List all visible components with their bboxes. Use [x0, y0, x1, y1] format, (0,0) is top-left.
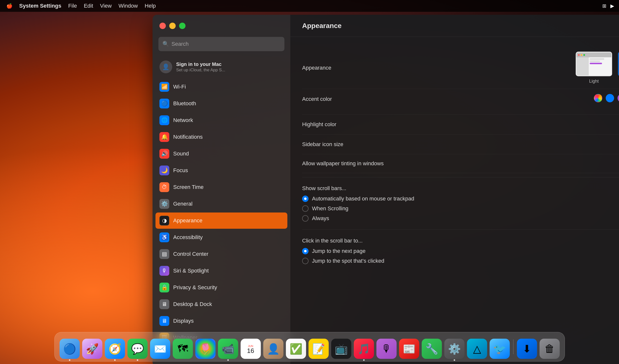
sidebar-item-focus[interactable]: 🌙Focus — [155, 162, 287, 179]
scroll-bar-option-auto[interactable]: Automatically based on mouse or trackpad — [302, 196, 619, 202]
sidebar-item-sound[interactable]: 🔊Sound — [155, 146, 287, 162]
sidebar-item-appearance[interactable]: ◑Appearance — [155, 212, 287, 229]
menubar-edit[interactable]: Edit — [80, 0, 97, 12]
radio-circle-always — [302, 215, 309, 222]
dock-item-maps[interactable]: 🗺 — [173, 339, 193, 359]
scroll-bar-option-always[interactable]: Always — [302, 215, 619, 222]
wallpaper-tinting-label: Allow wallpaper tinting in windows — [302, 160, 619, 167]
menubar-view[interactable]: View — [97, 0, 115, 12]
network-icon: 🌐 — [159, 115, 169, 125]
accent-dot-purple[interactable] — [618, 94, 619, 102]
wifi-icon: 📶 — [159, 82, 169, 92]
dock: 🔵🚀🧭💬✉️🗺🌷📹JUN16👤✅📝📺🎵🎙📰🔧⚙️△🐦⬇🗑 — [0, 330, 619, 364]
dock-item-calendar[interactable]: JUN16 — [241, 339, 261, 359]
dock-item-mail[interactable]: ✉️ — [150, 339, 170, 359]
dock-item-messages[interactable]: 💬 — [127, 339, 148, 359]
dock-item-appletv[interactable]: 📺 — [331, 339, 351, 359]
dock-item-tweetbot[interactable]: 🐦 — [490, 339, 510, 359]
menubar-app-name[interactable]: System Settings — [16, 0, 65, 12]
accessibility-icon: ♿ — [159, 232, 169, 242]
click-scrollbar-heading: Click in the scroll bar to... — [302, 238, 619, 244]
dock-dot-messages — [137, 359, 138, 361]
scroll-bars-radio-group: Automatically based on mouse or trackpad… — [302, 196, 619, 222]
sidebar-item-network[interactable]: 🌐Network — [155, 112, 287, 128]
close-button[interactable] — [159, 23, 166, 29]
sidebar: 🔍 Search 👤 Sign in to your Mac Set up iC… — [153, 15, 290, 364]
menubar-file[interactable]: File — [65, 0, 80, 12]
sidebar-item-bluetooth[interactable]: 🔵Bluetooth — [155, 95, 287, 112]
sidebar-item-label-desktop: Desktop & Dock — [173, 301, 212, 307]
maximize-button[interactable] — [179, 23, 186, 29]
dark-thumb — [618, 52, 619, 76]
sidebar-item-accessibility[interactable]: ♿Accessibility — [155, 229, 287, 245]
sidebar-item-label-network: Network — [173, 117, 193, 123]
dock-item-podcasts[interactable]: 🎙 — [376, 339, 397, 359]
dock-item-news[interactable]: 📰 — [399, 339, 419, 359]
click-scrollbar-option-next[interactable]: Jump to the next page — [302, 248, 619, 254]
sidebar-item-general[interactable]: ⚙️General — [155, 196, 287, 212]
highlight-label: Highlight color — [302, 121, 396, 128]
sidebar-item-displays[interactable]: 🖥Displays — [155, 313, 287, 329]
accent-dots-row — [594, 94, 619, 102]
sidebar-scroll-area: 👤 Sign in to your Mac Set up iCloud, the… — [153, 55, 290, 364]
light-thumb — [576, 52, 612, 76]
signin-row[interactable]: 👤 Sign in to your Mac Set up iCloud, the… — [155, 57, 287, 77]
radio-label-always: Always — [312, 215, 329, 222]
main-scroll-area[interactable]: Appearance — [290, 37, 619, 364]
sidebar-item-label-privacy: Privacy & Security — [173, 284, 217, 291]
spotlight-icon[interactable]: ▶ — [610, 3, 614, 9]
minimize-button[interactable] — [169, 23, 176, 29]
radio-label-auto: Automatically based on mouse or trackpad — [312, 196, 414, 202]
sidebar-item-desktop[interactable]: 🖥Desktop & Dock — [155, 296, 287, 312]
accent-dot-blue[interactable] — [606, 94, 614, 102]
sound-icon: 🔊 — [159, 149, 169, 159]
accent-colors-container: Orange — [594, 94, 619, 109]
dock-item-photos[interactable]: 🌷 — [195, 339, 216, 359]
sidebar-item-notifications[interactable]: 🔔Notifications — [155, 129, 287, 145]
sidebar-item-siri[interactable]: 🎙Siri & Spotlight — [155, 263, 287, 279]
search-bar[interactable]: 🔍 Search — [158, 37, 284, 51]
dock-dot-facetime — [227, 359, 229, 361]
sidebar-icon-size-label: Sidebar icon size — [302, 141, 396, 148]
scroll-bar-option-scrolling[interactable]: When Scrolling — [302, 205, 619, 212]
sidebar-item-controlcenter[interactable]: ▤Control Center — [155, 246, 287, 262]
appearance-light[interactable]: Light — [576, 52, 612, 84]
menubar-window[interactable]: Window — [115, 0, 141, 12]
dock-item-launchpad[interactable]: 🚀 — [82, 339, 102, 359]
dock-item-music[interactable]: 🎵 — [354, 339, 374, 359]
light-bar1 — [590, 58, 604, 60]
dock-item-finder[interactable]: 🔵 — [60, 339, 80, 359]
radio-circle-click-spot — [302, 258, 309, 264]
dock-item-reminders[interactable]: ✅ — [286, 339, 306, 359]
click-scrollbar-option-spot[interactable]: Jump to the spot that's clicked — [302, 258, 619, 264]
dock-item-facetime[interactable]: 📹 — [218, 339, 238, 359]
sidebar-item-wifi[interactable]: 📶Wi-Fi — [155, 79, 287, 95]
dock-item-downloads[interactable]: ⬇ — [517, 339, 537, 359]
dock-item-altair[interactable]: △ — [467, 339, 487, 359]
dock-item-safari[interactable]: 🧭 — [105, 339, 125, 359]
sidebar-item-label-siri: Siri & Spotlight — [173, 268, 209, 274]
bluetooth-icon: 🔵 — [159, 99, 169, 108]
sidebar-items: 📶Wi-Fi🔵Bluetooth🌐Network🔔Notifications🔊S… — [155, 79, 287, 346]
accent-dot-multicolor[interactable] — [594, 94, 602, 102]
general-icon: ⚙️ — [159, 199, 169, 209]
light-content — [576, 57, 611, 76]
section-divider-2 — [302, 229, 619, 230]
sidebar-item-label-bluetooth: Bluetooth — [173, 100, 196, 107]
sidebar-item-privacy[interactable]: 🔒Privacy & Security — [155, 279, 287, 296]
sidebar-icon-size-row: Sidebar icon size Medium ⌃⌄ — [302, 135, 619, 154]
menubar-help[interactable]: Help — [141, 0, 159, 12]
dock-item-contacts[interactable]: 👤 — [263, 339, 283, 359]
appearance-dark[interactable]: Dark — [618, 52, 619, 84]
dock-item-trash[interactable]: 🗑 — [540, 339, 560, 359]
dock-item-sysprefs[interactable]: ⚙️ — [444, 339, 464, 359]
dock-item-notes[interactable]: 📝 — [309, 339, 329, 359]
sidebar-item-screentime[interactable]: ⏱Screen Time — [155, 179, 287, 195]
notifications-icon: 🔔 — [159, 132, 169, 142]
appearance-row: Appearance — [302, 47, 619, 89]
apple-menu[interactable]: 🍎 — [5, 0, 14, 12]
radio-label-scrolling: When Scrolling — [312, 205, 348, 212]
sidebar-item-label-screentime: Screen Time — [173, 184, 204, 190]
control-center-icon[interactable]: ⊞ — [602, 3, 606, 9]
dock-item-simulator[interactable]: 🔧 — [422, 339, 442, 359]
